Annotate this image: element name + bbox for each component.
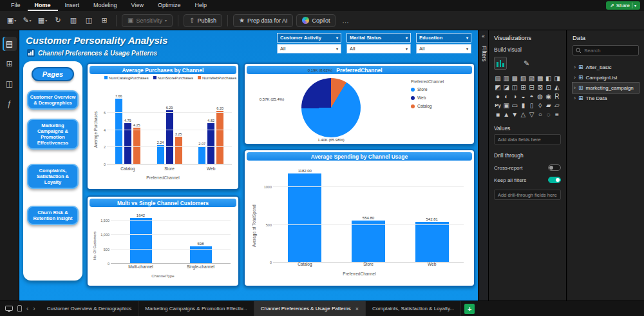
stacked-bar-chart-icon[interactable]: ▤ xyxy=(494,75,502,83)
clustered-bar-chart-icon[interactable]: ▦ xyxy=(511,75,518,83)
format-pen-icon[interactable]: ✎ xyxy=(524,59,529,68)
new-visual-button[interactable]: ▥ xyxy=(67,14,80,27)
table-view-icon[interactable]: ⊞ xyxy=(3,57,17,71)
menu-optimize[interactable]: Optimize xyxy=(151,0,188,11)
funnel-icon[interactable]: ⊠ xyxy=(536,84,544,92)
r-script-icon[interactable]: R xyxy=(553,93,561,101)
cross-report-toggle[interactable] xyxy=(548,164,561,171)
shape-map-icon[interactable]: ◓ xyxy=(528,93,536,101)
slicer-header[interactable]: Customer Activity▾ xyxy=(277,33,341,43)
slicer-dropdown[interactable]: All▾ xyxy=(277,44,341,54)
menu-insert[interactable]: Insert xyxy=(58,0,87,11)
refresh-button[interactable]: ↻ xyxy=(52,14,64,27)
stacked-column-chart-icon[interactable]: ▥ xyxy=(502,75,510,83)
page-tab[interactable]: Marketing Campaigns & Promotion Effectiv… xyxy=(138,301,254,316)
slicer-header[interactable]: Marital Status▾ xyxy=(346,33,411,43)
qa-icon[interactable]: ▲ xyxy=(502,111,510,119)
sensitivity-button[interactable]: ▣ Sensitivity ▾ xyxy=(122,14,173,27)
new-page-button[interactable]: + xyxy=(464,304,475,314)
line-stacked-column-icon[interactable]: ◪ xyxy=(502,84,510,92)
data-table-item[interactable]: ›⊞The Data xyxy=(573,93,639,103)
python-icon[interactable]: Py xyxy=(494,102,502,110)
line-chart-icon[interactable]: ◧ xyxy=(545,75,553,83)
waterfall-icon[interactable]: ⊟ xyxy=(528,84,536,92)
power-apps-icon[interactable]: ◌ xyxy=(545,111,553,119)
line-clustered-column-icon[interactable]: ◫ xyxy=(511,84,518,92)
report-view-icon[interactable]: ▤ xyxy=(3,37,17,51)
card-icon[interactable]: ▣ xyxy=(502,102,510,110)
decomposition-tree-icon[interactable]: ■ xyxy=(494,111,502,119)
tab-scroll-left-icon[interactable]: ‹ xyxy=(26,305,28,312)
keep-all-filters-toggle[interactable] xyxy=(548,177,561,183)
quick-measure-button[interactable]: ⊞ xyxy=(98,14,111,27)
stacked-area-icon[interactable]: ◩ xyxy=(494,84,502,92)
donut-icon[interactable]: ● xyxy=(494,93,502,101)
page-tab[interactable]: Channel Preferences & Usage Patterns× xyxy=(254,301,366,316)
search-box[interactable] xyxy=(573,45,639,55)
chevron-right-icon[interactable]: › xyxy=(574,95,576,101)
expand-filters-icon[interactable]: « xyxy=(478,34,488,39)
text-box-button[interactable]: ◫ xyxy=(82,14,95,27)
chevron-right-icon[interactable]: › xyxy=(574,64,576,70)
copilot-button[interactable]: Copilot xyxy=(296,14,336,27)
slicer-dropdown[interactable]: All▾ xyxy=(416,44,471,54)
menu-help[interactable]: Help xyxy=(187,0,214,11)
preferred-channel-pie-visual[interactable]: PreferredChannel 1.40K (65.98%)0.57K (25… xyxy=(243,63,475,145)
100-stacked-column-icon[interactable]: ▩ xyxy=(536,75,544,83)
close-tab-icon[interactable]: × xyxy=(355,306,359,312)
menu-view[interactable]: View xyxy=(124,0,151,11)
page-tab[interactable]: Customer Overview & Demographics xyxy=(41,301,139,316)
multi-row-card-icon[interactable]: ▭ xyxy=(511,102,518,110)
scatter-icon[interactable]: ⊡ xyxy=(545,84,553,92)
mobile-layout-icon[interactable] xyxy=(17,305,22,312)
slicer-dropdown[interactable]: All▾ xyxy=(346,44,411,54)
metrics-icon[interactable]: △ xyxy=(519,111,527,119)
search-input[interactable] xyxy=(584,48,636,54)
desktop-layout-icon[interactable] xyxy=(5,306,13,312)
data-table-item[interactable]: ›⊞CampaignList xyxy=(573,72,639,83)
menu-modeling[interactable]: Modeling xyxy=(86,0,124,11)
slicer-icon[interactable]: ▯ xyxy=(528,102,536,110)
more-options-button[interactable]: … xyxy=(339,14,352,27)
paste-tool-button[interactable]: ▣▾ xyxy=(5,14,18,27)
share-button[interactable]: ⇗ Share ▾ xyxy=(606,1,640,10)
clustered-column-chart-icon[interactable]: ▧ xyxy=(519,75,527,83)
kpi-icon[interactable]: ▮ xyxy=(519,102,527,110)
multi-vs-single-channel-visual[interactable]: Multi vs Single Channel Customers 164259… xyxy=(86,195,240,287)
azure-map-icon[interactable]: ◍ xyxy=(536,93,544,101)
pie-icon[interactable]: ◭ xyxy=(553,84,561,92)
smart-narrative-icon[interactable]: ▼ xyxy=(511,111,518,119)
page-nav-button[interactable]: Marketing Campaigns & Promotion Effectiv… xyxy=(27,119,79,150)
prep-data-for-ai-button[interactable]: ★ Prep data for AI xyxy=(233,14,294,27)
tab-scroll-right-icon[interactable]: › xyxy=(33,305,35,312)
page-nav-button[interactable]: Customer Overview & Demographics xyxy=(27,90,79,110)
filled-map-icon[interactable]: ◒ xyxy=(519,93,527,101)
100-stacked-bar-icon[interactable]: ▨ xyxy=(528,75,536,83)
theme-button[interactable]: ▦▾ xyxy=(36,14,49,27)
format-painter-button[interactable]: ✎▾ xyxy=(21,14,33,27)
slicer-header[interactable]: Education▾ xyxy=(416,33,471,43)
data-table-item[interactable]: ›⊞marketing_campaign xyxy=(573,83,639,93)
avg-purchases-by-channel-visual[interactable]: Average Purchases by Channel NumCatalogP… xyxy=(86,63,240,190)
page-nav-button[interactable]: Churn Risk & Retention Insight xyxy=(27,206,79,225)
page-tab[interactable]: Complaints, Satisfaction & Loyalty... xyxy=(366,301,461,316)
selected-visual-thumbnail[interactable] xyxy=(494,57,507,70)
map-icon[interactable]: ◑ xyxy=(511,93,518,101)
chevron-right-icon[interactable]: › xyxy=(574,74,576,81)
data-table-item[interactable]: ›⊞After_basic xyxy=(573,62,639,72)
menu-home[interactable]: Home xyxy=(28,0,58,11)
matrix-icon[interactable]: ▰ xyxy=(545,102,553,110)
drill-through-field-well[interactable]: Add drill-through fields here xyxy=(494,190,561,200)
filters-pane-collapsed[interactable]: « Filters xyxy=(478,30,489,301)
publish-button[interactable]: ⇧ Publish xyxy=(184,14,222,27)
model-view-icon[interactable]: ◫ xyxy=(3,77,17,91)
chevron-right-icon[interactable]: › xyxy=(574,84,576,91)
area-chart-icon[interactable]: ◨ xyxy=(553,75,561,83)
arcgis-icon[interactable]: ○ xyxy=(536,111,544,119)
ribbon-chart-icon[interactable]: ⊞ xyxy=(519,84,527,92)
dax-query-view-icon[interactable]: ƒ xyxy=(3,97,17,111)
menu-file[interactable]: File xyxy=(4,0,28,11)
share-caret-icon[interactable]: ▾ xyxy=(634,3,636,8)
key-influencers-icon[interactable]: ▱ xyxy=(553,102,561,110)
report-canvas[interactable]: Customer Personality Analysis Channel Pr… xyxy=(19,30,478,301)
